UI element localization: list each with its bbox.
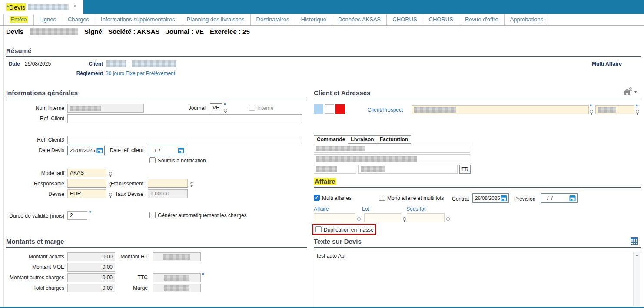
required-marker: * <box>636 103 638 109</box>
address-street-field[interactable] <box>314 154 470 163</box>
texte-sur-devis-section-title: Texte sur Devis <box>314 238 362 245</box>
etablissement-lookup-icon[interactable] <box>190 182 193 188</box>
soumis-notification-label: Soumis à notification <box>158 158 206 164</box>
multi-affaires-checkbox[interactable]: ✓ <box>314 195 320 201</box>
lot-lookup-icon[interactable] <box>403 217 406 222</box>
scroll-up-icon[interactable]: ▲ <box>634 253 641 257</box>
mode-tarif-field[interactable]: AKAS <box>67 169 106 177</box>
affaire-field[interactable] <box>314 213 355 222</box>
client-prospect-lookup-icon[interactable] <box>590 110 593 115</box>
client-code-field[interactable] <box>595 105 634 114</box>
add-address-icon[interactable] <box>623 87 633 96</box>
interne-checkbox <box>249 105 255 111</box>
devise-field[interactable]: EUR <box>67 189 106 198</box>
tab-informations-supplementaires[interactable]: Informations supplémentaires <box>95 14 181 25</box>
journal-field[interactable]: VE <box>210 103 222 112</box>
close-tab-icon[interactable]: × <box>73 3 77 9</box>
address-postal-field[interactable] <box>314 165 356 174</box>
mode-tarif-label: Mode tarif <box>6 170 64 176</box>
marge-label: Marge <box>117 285 148 291</box>
tab-revue-doffre[interactable]: Revue d'offre <box>459 14 505 25</box>
textarea-scrollbar[interactable]: ▲ <box>633 252 640 306</box>
required-marker: * <box>590 103 592 109</box>
duplication-annotation-box: Duplication en masse <box>312 224 376 235</box>
informations-generales-section-title: Informations générales <box>6 89 78 96</box>
doc-header-devis: Devis <box>6 28 23 35</box>
affaire-lookup-icon[interactable] <box>357 217 361 222</box>
contrat-date-field[interactable]: 26/08/2025 <box>472 193 509 203</box>
client-prospect-field[interactable] <box>412 105 589 114</box>
mono-affaire-checkbox[interactable] <box>379 195 385 201</box>
section-rule <box>314 99 641 99</box>
window-top-bar <box>0 0 644 14</box>
etablissement-field[interactable] <box>148 179 188 188</box>
redacted-client-code-value <box>598 107 616 113</box>
date-devis-field[interactable]: 25/08/2025 <box>67 146 105 155</box>
tab-approbations[interactable]: Approbations <box>505 14 550 25</box>
calendar-icon[interactable] <box>501 195 507 202</box>
calendar-icon[interactable] <box>569 195 576 202</box>
address-name-field[interactable] <box>314 144 470 153</box>
resume-multi-affaire-label: Multi Affaire <box>592 61 622 67</box>
tab-historique[interactable]: Historique <box>295 14 332 25</box>
duplication-en-masse-label: Duplication en masse <box>324 227 374 233</box>
tab-chorus-2[interactable]: CHORUS <box>423 14 459 25</box>
montant-autres-charges-label: Montant autres charges <box>6 275 64 281</box>
tab-chorus-1[interactable]: CHORUS <box>387 14 423 25</box>
main-tabs: Entête Lignes Charges Informations suppl… <box>3 14 549 25</box>
duree-validite-label: Durée de validité (mois) <box>3 213 64 219</box>
prevision-date-field[interactable]: / / <box>541 193 578 203</box>
duplication-en-masse-checkbox[interactable] <box>315 226 322 232</box>
client-prospect-label: Client/Prospect <box>368 107 403 113</box>
sous-lot-field[interactable] <box>407 213 445 222</box>
mode-tarif-lookup-icon[interactable] <box>109 172 112 177</box>
tab-planning-des-livraisons[interactable]: Planning des livraisons <box>181 14 251 25</box>
journal-lookup-icon[interactable] <box>224 109 227 114</box>
tab-entete[interactable]: Entête <box>3 14 34 25</box>
affaire-label: Affaire <box>314 206 329 212</box>
resume-date-label: Date <box>9 61 20 67</box>
duree-validite-field[interactable]: 2 <box>67 211 87 220</box>
soumis-notification-checkbox[interactable] <box>149 157 156 163</box>
tab-lignes[interactable]: Lignes <box>34 14 62 25</box>
tab-charges[interactable]: Charges <box>62 14 95 25</box>
calendar-icon[interactable] <box>178 147 184 154</box>
address-city-field[interactable] <box>358 165 458 174</box>
ref-client-field[interactable] <box>67 114 302 123</box>
num-interne-label: Num Interne <box>6 105 64 111</box>
ref-client3-field[interactable] <box>67 136 302 144</box>
section-rule <box>314 187 641 188</box>
status-square-white <box>325 104 334 114</box>
lot-field[interactable] <box>364 213 401 222</box>
address-tab-livraison[interactable]: Livraison <box>348 135 377 144</box>
tab-donnees-aksas[interactable]: Données AKSAS <box>332 14 387 25</box>
montant-achats-field: 0,00 <box>67 252 115 261</box>
country-field[interactable]: FR <box>459 165 471 174</box>
date-ref-client-field[interactable]: / / <box>149 146 186 155</box>
client-code-lookup-icon[interactable] <box>636 110 639 115</box>
doc-header-signe: Signé <box>84 28 102 35</box>
sous-lot-lookup-icon[interactable] <box>446 217 450 222</box>
journal-label: Journal <box>148 105 206 111</box>
texte-sur-devis-textarea[interactable]: test auto Api ▲ <box>314 251 641 307</box>
text-grid-icon[interactable] <box>631 237 638 245</box>
section-rule <box>314 247 641 248</box>
caret-down-icon[interactable]: ▾ <box>634 89 637 94</box>
redacted-address-name <box>316 146 365 151</box>
responsable-field[interactable] <box>67 179 106 188</box>
address-tab-facturation[interactable]: Facturation <box>377 135 411 144</box>
address-tab-commande[interactable]: Commande <box>314 135 348 144</box>
main-tab-strip: Entête Lignes Charges Informations suppl… <box>0 14 644 26</box>
montant-autres-charges-field: 0,00 <box>67 273 115 282</box>
generer-charges-checkbox[interactable] <box>149 212 156 218</box>
document-tab[interactable]: *Devis <box>0 0 83 14</box>
affaire-section-title: Affaire <box>314 178 336 185</box>
mono-affaire-label: Mono affaire et multi lots <box>387 195 444 201</box>
interne-label: Interne <box>257 105 273 111</box>
tab-destinataires[interactable]: Destinataires <box>251 14 295 25</box>
document-header: Devis Signé Société : AKSAS Journal : VE… <box>6 28 250 35</box>
calendar-icon[interactable] <box>96 147 103 154</box>
add-address-control[interactable]: ▾ <box>623 87 637 96</box>
address-tabs: Commande Livraison Facturation <box>314 135 411 144</box>
redacted-city <box>361 166 385 172</box>
